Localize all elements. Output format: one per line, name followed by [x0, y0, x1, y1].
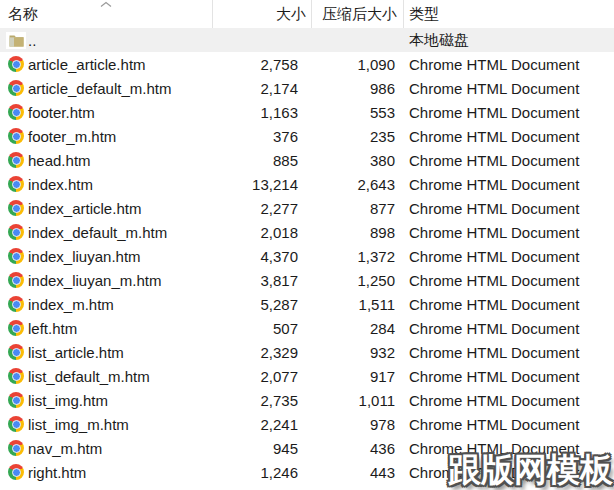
file-name: footer_m.htm	[28, 128, 116, 145]
file-row[interactable]: index_article.htm 2,277 877 Chrome HTML …	[0, 196, 614, 220]
column-header-row: 名称 大小 压缩后大小 类型	[0, 0, 614, 28]
file-row[interactable]: footer.htm 1,163 553 Chrome HTML Documen…	[0, 100, 614, 124]
file-name-cell: article_default_m.htm	[0, 80, 213, 97]
chrome-icon	[8, 416, 24, 432]
file-packed-size: 553	[312, 104, 404, 121]
file-row[interactable]: list_img_m.htm 2,241 978 Chrome HTML Doc…	[0, 412, 614, 436]
file-row[interactable]: index_default_m.htm 2,018 898 Chrome HTM…	[0, 220, 614, 244]
file-type: Chrome HTML Document	[404, 392, 614, 409]
file-row[interactable]: list_article.htm 2,329 932 Chrome HTML D…	[0, 340, 614, 364]
chrome-icon	[8, 320, 24, 336]
column-header-type-label: 类型	[409, 5, 439, 24]
file-packed-size: 1,011	[312, 392, 404, 409]
column-header-size[interactable]: 大小	[213, 0, 312, 28]
chrome-icon	[8, 464, 24, 480]
chrome-icon	[8, 104, 24, 120]
file-name-cell: article_article.htm	[0, 56, 213, 73]
file-name-cell: head.htm	[0, 152, 213, 169]
file-packed-size: 2,643	[312, 176, 404, 193]
file-type: Chrome HTML Document	[404, 320, 614, 337]
file-name: footer.htm	[28, 104, 95, 121]
file-size: 13,214	[213, 176, 312, 193]
file-name-cell: left.htm	[0, 320, 213, 337]
file-type: Chrome HTML Document	[404, 296, 614, 313]
chrome-icon	[8, 80, 24, 96]
file-name: list_article.htm	[28, 344, 124, 361]
file-row[interactable]: index.htm 13,214 2,643 Chrome HTML Docum…	[0, 172, 614, 196]
column-header-name-label: 名称	[8, 5, 38, 24]
file-name: list_img_m.htm	[28, 416, 129, 433]
file-size: 2,241	[213, 416, 312, 433]
file-name: index_liuyan_m.htm	[28, 272, 161, 289]
file-packed-size: 932	[312, 344, 404, 361]
file-row[interactable]: list_img.htm 2,735 1,011 Chrome HTML Doc…	[0, 388, 614, 412]
file-packed-size: 1,090	[312, 56, 404, 73]
file-name-cell: index_liuyan_m.htm	[0, 272, 213, 289]
file-name: nav_m.htm	[28, 440, 102, 457]
file-name: list_default_m.htm	[28, 368, 150, 385]
file-name-cell: index_m.htm	[0, 296, 213, 313]
file-name-cell: list_img_m.htm	[0, 416, 213, 433]
file-packed-size: 1,372	[312, 248, 404, 265]
file-row[interactable]: article_article.htm 2,758 1,090 Chrome H…	[0, 52, 614, 76]
file-row[interactable]: index_liuyan.htm 4,370 1,372 Chrome HTML…	[0, 244, 614, 268]
file-row[interactable]: index_liuyan_m.htm 3,817 1,250 Chrome HT…	[0, 268, 614, 292]
chrome-icon	[8, 440, 24, 456]
file-type: Chrome HTML Document	[404, 248, 614, 265]
file-name-cell: list_article.htm	[0, 344, 213, 361]
file-type: Chrome HTML Document	[404, 368, 614, 385]
file-size: 507	[213, 320, 312, 337]
folder-icon	[8, 32, 24, 48]
file-type: Chrome HTML Document	[404, 176, 614, 193]
chrome-icon	[8, 272, 24, 288]
file-size: 5,287	[213, 296, 312, 313]
file-packed-size: 443	[312, 464, 404, 481]
chrome-icon	[8, 128, 24, 144]
file-packed-size: 235	[312, 128, 404, 145]
file-name-cell: ..	[0, 32, 213, 49]
file-size: 2,174	[213, 80, 312, 97]
file-packed-size: 986	[312, 80, 404, 97]
file-row[interactable]: list_default_m.htm 2,077 917 Chrome HTML…	[0, 364, 614, 388]
file-type: Chrome HTML Document	[404, 272, 614, 289]
file-name: index_article.htm	[28, 200, 141, 217]
column-header-packed-size-label: 压缩后大小	[322, 5, 397, 24]
file-packed-size: 436	[312, 440, 404, 457]
file-type: Chrome HTML Document	[404, 104, 614, 121]
column-header-name[interactable]: 名称	[0, 0, 213, 28]
column-header-packed-size[interactable]: 压缩后大小	[312, 0, 404, 28]
file-size: 885	[213, 152, 312, 169]
file-size: 945	[213, 440, 312, 457]
file-name: list_img.htm	[28, 392, 108, 409]
file-row[interactable]: head.htm 885 380 Chrome HTML Document	[0, 148, 614, 172]
file-size: 1,246	[213, 464, 312, 481]
column-header-type[interactable]: 类型	[404, 0, 614, 28]
file-name-cell: right.htm	[0, 464, 213, 481]
file-row[interactable]: left.htm 507 284 Chrome HTML Document	[0, 316, 614, 340]
file-type: Chrome HTML Document	[404, 128, 614, 145]
file-row[interactable]: index_m.htm 5,287 1,511 Chrome HTML Docu…	[0, 292, 614, 316]
file-row[interactable]: .. 本地磁盘	[0, 28, 614, 52]
file-size: 1,163	[213, 104, 312, 121]
file-size: 3,817	[213, 272, 312, 289]
file-name: left.htm	[28, 320, 77, 337]
file-size: 2,758	[213, 56, 312, 73]
file-name-cell: list_default_m.htm	[0, 368, 213, 385]
file-packed-size: 877	[312, 200, 404, 217]
file-size: 2,077	[213, 368, 312, 385]
file-row[interactable]: footer_m.htm 376 235 Chrome HTML Documen…	[0, 124, 614, 148]
chrome-icon	[8, 248, 24, 264]
file-packed-size: 1,250	[312, 272, 404, 289]
chrome-icon	[8, 176, 24, 192]
file-type: Chrome HTML Document	[404, 200, 614, 217]
file-size: 2,329	[213, 344, 312, 361]
file-type: Chrome HTML Document	[404, 152, 614, 169]
file-size: 2,277	[213, 200, 312, 217]
file-name: index_m.htm	[28, 296, 114, 313]
file-row[interactable]: article_default_m.htm 2,174 986 Chrome H…	[0, 76, 614, 100]
file-size: 2,735	[213, 392, 312, 409]
file-type: Chrome HTML Document	[404, 56, 614, 73]
chrome-icon	[8, 56, 24, 72]
file-name: ..	[28, 32, 36, 49]
archive-file-list: 名称 大小 压缩后大小 类型 .. 本地磁盘 article_art	[0, 0, 614, 484]
